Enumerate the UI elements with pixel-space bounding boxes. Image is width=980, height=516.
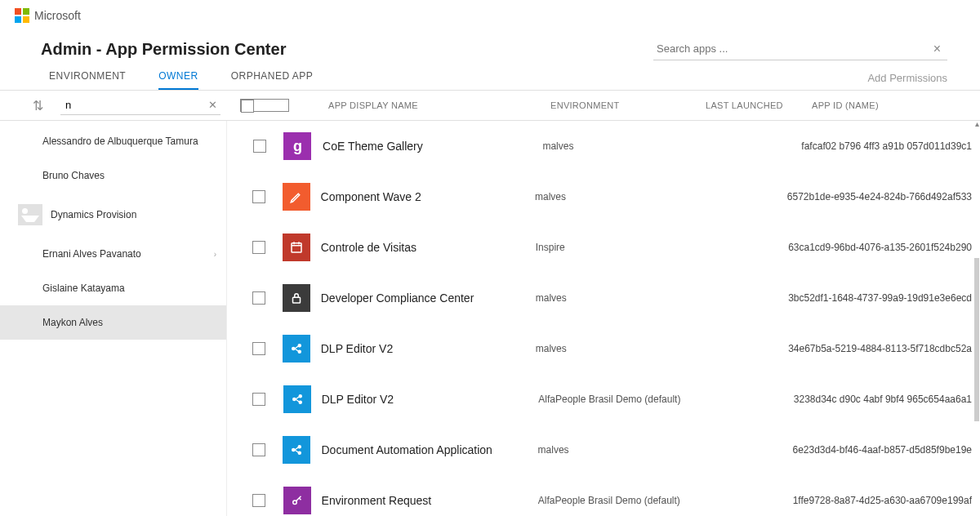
owner-label: Ernani Alves Pavanato xyxy=(42,248,141,260)
flow-icon xyxy=(283,335,310,363)
app-row[interactable]: Controle de VisitasInspire63ca1cd9-96bd-… xyxy=(227,222,980,273)
add-permissions-link[interactable]: Add Permissions xyxy=(867,72,947,84)
owner-label: Gislaine Katayama xyxy=(42,282,125,294)
col-name[interactable]: APP DISPLAY NAME xyxy=(320,100,550,110)
app-list: gCoE Theme Gallerymalvesfafcaf02 b796 4f… xyxy=(227,121,980,516)
app-name: Developer Compliance Center xyxy=(313,291,536,305)
app-id: 3bc52df1-1648-4737-99a9-19d91e3e6ecd xyxy=(788,292,972,304)
app-row[interactable]: Developer Compliance Centermalves3bc52df… xyxy=(227,273,980,323)
app-environment: malves xyxy=(542,140,696,152)
search-box[interactable]: × xyxy=(653,38,947,60)
svg-point-4 xyxy=(298,350,301,353)
app-environment: AlfaPeople Brasil Demo (default) xyxy=(538,394,690,405)
search-clear-icon[interactable]: × xyxy=(930,42,944,56)
app-row[interactable]: Component Wave 2malves6572b1de-e935-4e24… xyxy=(227,171,980,222)
app-environment: malves xyxy=(538,444,689,456)
col-id[interactable]: APP ID (NAME) xyxy=(812,100,965,110)
avatar-placeholder-icon xyxy=(18,204,42,225)
scrollbar-thumb[interactable] xyxy=(974,258,979,421)
row-checkbox[interactable] xyxy=(252,393,265,406)
header-row: Admin - App Permission Center × xyxy=(0,31,980,60)
chevron-right-icon: › xyxy=(214,250,216,259)
app-environment: malves xyxy=(535,191,684,202)
body: Alessandro de Albuquerque TamuraBruno Ch… xyxy=(0,121,980,516)
grid-header: ⇅ ✕ APP DISPLAY NAME ENVIRONMENT LAST LA… xyxy=(0,91,980,121)
flow-icon xyxy=(283,385,311,413)
svg-point-6 xyxy=(299,395,301,398)
svg-point-8 xyxy=(292,449,295,452)
app-id: fafcaf02 b796 4ff3 a91b 057d011d39c1 xyxy=(801,140,972,152)
app-environment: malves xyxy=(536,343,686,354)
app-name: DLP Editor V2 xyxy=(314,393,539,406)
calendar-icon xyxy=(283,234,310,261)
row-checkbox[interactable] xyxy=(252,443,265,456)
app-environment: malves xyxy=(536,292,686,304)
tabs: ENVIRONMENTOWNERORPHANED APP xyxy=(49,65,313,90)
app-row[interactable]: Environment RequestAlfaPeople Brasil Dem… xyxy=(227,475,980,516)
svg-point-7 xyxy=(299,401,301,403)
svg-point-9 xyxy=(299,446,301,448)
svg-rect-0 xyxy=(292,243,301,252)
owner-label: Bruno Chaves xyxy=(42,170,105,181)
col-env[interactable]: ENVIRONMENT xyxy=(550,100,706,110)
header-checkbox-col xyxy=(240,99,289,112)
owner-list: Alessandro de Albuquerque TamuraBruno Ch… xyxy=(0,121,227,516)
app-row[interactable]: gCoE Theme Gallerymalvesfafcaf02 b796 4f… xyxy=(227,121,980,171)
owner-label: Alessandro de Albuquerque Tamura xyxy=(42,136,198,147)
app-id: 34e67b5a-5219-4884-8113-5f718cdbc52a xyxy=(788,343,972,354)
app-id: 63ca1cd9-96bd-4076-a135-2601f524b290 xyxy=(788,242,972,253)
key-icon xyxy=(283,487,311,514)
app-id: 3238d34c d90c 4abf 9bf4 965c654aa6a1 xyxy=(794,394,972,405)
svg-point-5 xyxy=(292,398,295,401)
owner-item[interactable]: Gislaine Katayama xyxy=(0,271,226,305)
tab-environment[interactable]: ENVIRONMENT xyxy=(49,65,126,90)
brand-logo: Microsoft xyxy=(15,8,81,23)
app-name: Environment Request xyxy=(314,494,538,507)
app-row[interactable]: Document Automation Applicationmalves6e2… xyxy=(227,425,980,475)
row-checkbox[interactable] xyxy=(252,241,265,254)
row-checkbox[interactable] xyxy=(253,140,266,153)
owner-item[interactable]: Ernani Alves Pavanato› xyxy=(0,237,226,271)
tab-orphaned-app[interactable]: ORPHANED APP xyxy=(231,65,314,90)
row-checkbox[interactable] xyxy=(252,342,265,355)
svg-point-10 xyxy=(299,452,301,454)
app-name: DLP Editor V2 xyxy=(313,342,536,355)
tabs-row: ENVIRONMENTOWNERORPHANED APP Add Permiss… xyxy=(0,60,980,91)
owner-item[interactable]: Bruno Chaves xyxy=(0,158,226,193)
pencil-icon xyxy=(283,183,310,211)
page-title: Admin - App Permission Center xyxy=(41,40,286,59)
sort-icon[interactable]: ⇅ xyxy=(33,98,52,113)
owner-item[interactable]: Alessandro de Albuquerque Tamura xyxy=(0,124,226,158)
app-name: Component Wave 2 xyxy=(313,190,535,203)
app-id: 6e23d3d4-bf46-4aaf-b857-d5d85f9be19e xyxy=(792,444,972,456)
svg-rect-1 xyxy=(293,297,301,303)
owner-item[interactable]: Dynamics Provision xyxy=(0,193,226,237)
top-bar: Microsoft xyxy=(0,0,980,31)
app-id: 1ffe9728-8a87-4d25-a630-aa6709e199af xyxy=(793,495,972,506)
owner-label: Dynamics Provision xyxy=(51,209,136,220)
app-name: Controle de Visitas xyxy=(313,241,536,254)
tab-owner[interactable]: OWNER xyxy=(158,65,198,90)
owner-item[interactable]: Maykon Alves xyxy=(0,305,226,340)
row-checkbox[interactable] xyxy=(252,494,265,507)
owner-filter-input[interactable] xyxy=(64,96,208,114)
g-icon: g xyxy=(283,132,311,160)
col-last[interactable]: LAST LAUNCHED xyxy=(706,100,812,110)
row-checkbox[interactable] xyxy=(252,291,265,305)
app-environment: AlfaPeople Brasil Demo (default) xyxy=(538,495,689,506)
lock-icon xyxy=(283,284,310,312)
owner-filter-clear-icon[interactable]: ✕ xyxy=(208,99,217,111)
scroll-up-icon[interactable]: ▴ xyxy=(975,119,979,128)
flow-icon xyxy=(283,436,310,464)
brand-name: Microsoft xyxy=(34,9,81,22)
app-id: 6572b1de-e935-4e24-824b-766d492af533 xyxy=(787,191,972,202)
owner-filter[interactable]: ✕ xyxy=(60,96,220,115)
app-name: Document Automation Application xyxy=(314,443,538,456)
app-environment: Inspire xyxy=(536,242,686,253)
svg-point-2 xyxy=(292,348,295,350)
app-row[interactable]: DLP Editor V2AlfaPeople Brasil Demo (def… xyxy=(227,374,980,425)
row-checkbox[interactable] xyxy=(252,190,265,203)
app-row[interactable]: DLP Editor V2malves34e67b5a-5219-4884-81… xyxy=(227,323,980,374)
search-input[interactable] xyxy=(657,39,930,58)
select-all-checkbox[interactable] xyxy=(241,100,254,113)
